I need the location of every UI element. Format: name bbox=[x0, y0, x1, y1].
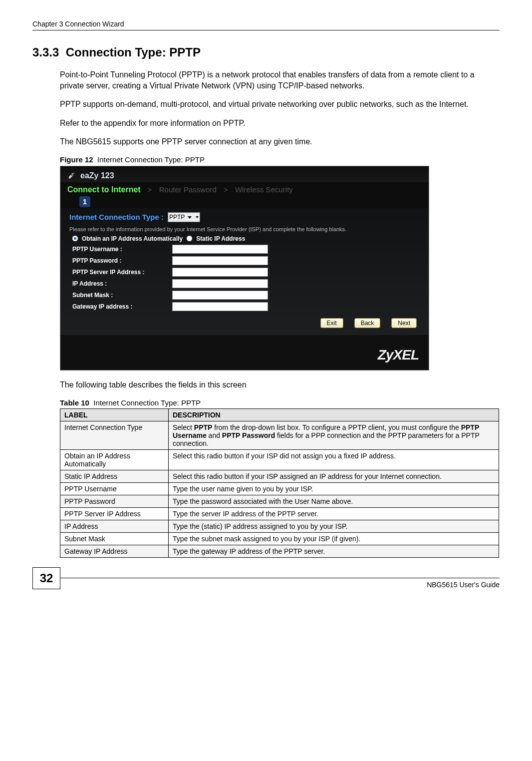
screenshot-topbar: eaZy 123 bbox=[60, 166, 429, 182]
field-pptp-password: PPTP Password : bbox=[72, 256, 420, 265]
cell-label: PPTP Server IP Address bbox=[60, 507, 169, 520]
label-pptp-username: PPTP Username : bbox=[72, 246, 172, 253]
step-separator-2: > bbox=[224, 185, 228, 194]
zyxel-logo: ZyXEL bbox=[378, 347, 419, 363]
screenshot-logo-text: eaZy 123 bbox=[80, 171, 114, 180]
screenshot-panel: eaZy 123 Connect to Internet > Router Pa… bbox=[60, 166, 429, 371]
cell-desc: Type the gateway IP address of the PPTP … bbox=[169, 545, 499, 557]
cell-desc: Select this radio button if your ISP ass… bbox=[169, 470, 499, 482]
page-number: 32 bbox=[32, 567, 60, 589]
cell-label: Internet Connection Type bbox=[60, 421, 169, 449]
wizard-step-bar: Connect to Internet > Router Password > … bbox=[60, 182, 429, 208]
radio-auto-ip[interactable] bbox=[72, 236, 78, 241]
figure-label: Figure 12 Internet Connection Type: PPTP bbox=[60, 155, 500, 164]
screenshot-main: Internet Connection Type : PPTP Please r… bbox=[60, 208, 429, 335]
table-row: PPTP Server IP Address Type the server I… bbox=[60, 507, 499, 520]
field-pptp-username: PPTP Username : bbox=[72, 245, 420, 254]
table-row: PPTP Username Type the user name given t… bbox=[60, 482, 499, 495]
conn-type-value: PPTP bbox=[169, 214, 185, 221]
cell-desc: Type the (static) IP address assigned to… bbox=[169, 520, 499, 532]
col-header-label: LABEL bbox=[60, 408, 169, 421]
table-row: Obtain an IP Address Automatically Selec… bbox=[60, 449, 499, 470]
section-heading: 3.3.3 Connection Type: PPTP bbox=[32, 45, 500, 59]
label-gateway-ip: Gateway IP address : bbox=[72, 303, 172, 310]
wizard-buttons: Exit Back Next bbox=[69, 318, 420, 328]
table-label: Table 10 Internet Connection Type: PPTP bbox=[60, 398, 500, 407]
cell-label: Gateway IP Address bbox=[60, 545, 169, 557]
wrench-icon bbox=[67, 171, 76, 180]
section-number: 3.3.3 bbox=[32, 45, 59, 59]
paragraph-2: PPTP supports on-demand, multi-protocol,… bbox=[60, 99, 500, 110]
table-row: Gateway IP Address Type the gateway IP a… bbox=[60, 545, 499, 557]
screenshot-logo-row: eaZy 123 bbox=[67, 171, 422, 180]
label-subnet-mask: Subnet Mask : bbox=[72, 292, 172, 299]
table-caption: Internet Connection Type: PPTP bbox=[93, 398, 201, 407]
back-button[interactable]: Back bbox=[354, 318, 381, 328]
table-intro-text: The following table describes the fields… bbox=[60, 380, 247, 389]
cell-label: PPTP Username bbox=[60, 482, 169, 495]
screenshot-footer: ZyXEL bbox=[60, 335, 429, 370]
cell-desc: Type the user name given to you by your … bbox=[169, 482, 499, 495]
radio-static-ip[interactable] bbox=[187, 236, 192, 241]
paragraph-3: Refer to the appendix for more informati… bbox=[60, 118, 500, 129]
section-title: Connection Type: PPTP bbox=[66, 45, 201, 59]
table-row: Static IP Address Select this radio butt… bbox=[60, 470, 499, 482]
label-pptp-server-ip: PPTP Server IP Address : bbox=[72, 269, 172, 276]
step-separator-1: > bbox=[148, 185, 152, 194]
paragraph-1: Point-to-Point Tunneling Protocol (PPTP)… bbox=[60, 69, 500, 91]
page-footer: 32 NBG5615 User's Guide bbox=[32, 578, 500, 589]
figure-caption: Internet Connection Type: PPTP bbox=[97, 155, 205, 164]
isp-hint: Please refer to the information provided… bbox=[69, 226, 420, 232]
step-wireless-security: Wireless Security bbox=[235, 185, 293, 194]
cell-label: Obtain an IP Address Automatically bbox=[60, 449, 169, 470]
paragraph-4: The NBG5615 supports one PPTP server con… bbox=[60, 136, 500, 147]
chapter-title: Chapter 3 Connection Wizard bbox=[32, 20, 124, 28]
next-button[interactable]: Next bbox=[391, 318, 417, 328]
step-badge: 1 bbox=[79, 196, 90, 207]
input-gateway-ip[interactable] bbox=[172, 302, 268, 311]
cell-desc: Type the password associated with the Us… bbox=[169, 495, 499, 507]
radio-auto-label: Obtain an IP Address Automatically bbox=[82, 235, 183, 242]
cell-label: Static IP Address bbox=[60, 470, 169, 482]
ip-mode-radios: Obtain an IP Address Automatically Stati… bbox=[72, 235, 420, 242]
table-intro: The following table describes the fields… bbox=[60, 380, 500, 390]
col-header-description: DESCRIPTION bbox=[169, 408, 499, 421]
table-header-row: LABEL DESCRIPTION bbox=[60, 408, 499, 421]
radio-static-label: Static IP Address bbox=[196, 235, 245, 242]
page-header: Chapter 3 Connection Wizard bbox=[32, 20, 500, 30]
label-pptp-password: PPTP Password : bbox=[72, 257, 172, 264]
field-gateway-ip: Gateway IP address : bbox=[72, 302, 420, 311]
exit-button[interactable]: Exit bbox=[320, 318, 343, 328]
step-router-password: Router Password bbox=[159, 185, 217, 194]
conn-type-label: Internet Connection Type : bbox=[69, 213, 164, 221]
field-ip-address: IP Address : bbox=[72, 279, 420, 288]
input-pptp-server-ip[interactable] bbox=[172, 268, 268, 277]
step-active: Connect to Internet bbox=[67, 185, 141, 194]
input-pptp-password[interactable] bbox=[172, 256, 268, 265]
table-row: Subnet Mask Type the subnet mask assigne… bbox=[60, 532, 499, 545]
table-number: Table 10 bbox=[60, 398, 89, 407]
body-paragraphs: Point-to-Point Tunneling Protocol (PPTP)… bbox=[60, 69, 500, 147]
field-subnet-mask: Subnet Mask : bbox=[72, 291, 420, 300]
label-ip-address: IP Address : bbox=[72, 280, 172, 287]
input-pptp-username[interactable] bbox=[172, 245, 268, 254]
cell-desc: Select this radio button if your ISP did… bbox=[169, 449, 499, 470]
field-pptp-server-ip: PPTP Server IP Address : bbox=[72, 268, 420, 277]
cell-desc: Type the server IP address of the PPTP s… bbox=[169, 507, 499, 520]
figure-number: Figure 12 bbox=[60, 155, 93, 164]
table-row: Internet Connection Type Select PPTP fro… bbox=[60, 421, 499, 449]
input-ip-address[interactable] bbox=[172, 279, 268, 288]
input-subnet-mask[interactable] bbox=[172, 291, 268, 300]
fields-table: LABEL DESCRIPTION Internet Connection Ty… bbox=[60, 408, 499, 558]
table-row: PPTP Password Type the password associat… bbox=[60, 495, 499, 507]
table-row: IP Address Type the (static) IP address … bbox=[60, 520, 499, 532]
cell-desc: Type the subnet mask assigned to you by … bbox=[169, 532, 499, 545]
cell-label: IP Address bbox=[60, 520, 169, 532]
footer-guide: NBG5615 User's Guide bbox=[60, 581, 500, 589]
conn-type-select[interactable]: PPTP bbox=[168, 212, 200, 222]
cell-desc: Select PPTP from the drop-down list box.… bbox=[169, 421, 499, 449]
cell-label: PPTP Password bbox=[60, 495, 169, 507]
cell-label: Subnet Mask bbox=[60, 532, 169, 545]
